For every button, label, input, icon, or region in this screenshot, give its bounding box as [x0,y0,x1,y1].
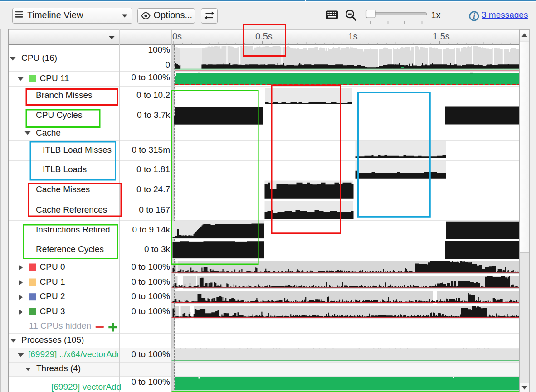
svg-text:i: i [473,12,475,20]
